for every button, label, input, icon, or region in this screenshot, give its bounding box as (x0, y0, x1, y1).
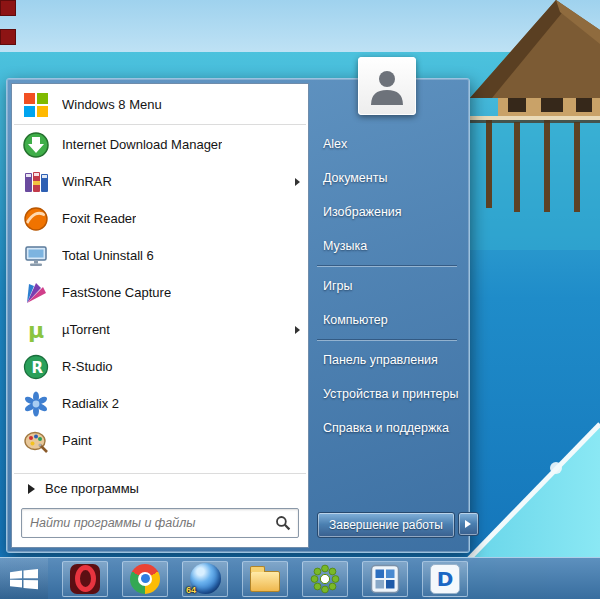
desktop-shortcut-icon-1[interactable] (0, 0, 16, 16)
faststone-capture-icon (20, 277, 52, 309)
file-explorer-folder-icon (250, 571, 280, 592)
menu-item-label: Paint (62, 433, 92, 448)
start-menu-right-panel: Alex Документы Изображения Музыка Игры К… (309, 83, 465, 548)
chrome-icon (130, 564, 160, 594)
paint-icon (20, 425, 52, 457)
shutdown-label: Завершение работы (329, 518, 443, 532)
idm-icon (20, 129, 52, 161)
64bit-badge: 64 (186, 585, 196, 595)
taskbar: 64 (0, 557, 600, 599)
submenu-arrow-icon (295, 178, 300, 186)
menu-item-label: µTorrent (62, 322, 110, 337)
total-uninstall-icon (20, 240, 52, 272)
taskbar-item-opera[interactable] (62, 561, 108, 597)
radialix-icon (20, 388, 52, 420)
menu-item-radialix[interactable]: Radialix 2 (12, 385, 308, 422)
right-arrow-icon (465, 520, 471, 528)
app-d-icon: D (430, 564, 460, 594)
taskbar-item-file-explorer[interactable] (242, 561, 288, 597)
desktop: Windows 8 Menu Internet Download Manager (0, 0, 600, 599)
submenu-arrow-icon (295, 326, 300, 334)
opera-icon (70, 564, 100, 594)
taskbar-item-globe-browser[interactable]: 64 (182, 561, 228, 597)
menu-item-label: FastStone Capture (62, 285, 171, 300)
right-item-help-support[interactable]: Справка и поддержка (309, 411, 465, 445)
right-item-computer[interactable]: Компьютер (309, 303, 465, 337)
right-item-music[interactable]: Музыка (309, 229, 465, 263)
shutdown-button[interactable]: Завершение работы (317, 512, 455, 538)
taskbar-item-chrome[interactable] (122, 561, 168, 597)
winrar-icon (20, 166, 52, 198)
taskbar-item-icq[interactable] (302, 561, 348, 597)
right-separator-2 (317, 339, 457, 341)
icq-flower-icon (310, 564, 340, 594)
menu-item-label: Internet Download Manager (62, 137, 222, 152)
right-item-control-panel[interactable]: Панель управления (309, 343, 465, 377)
start-button[interactable] (0, 558, 48, 599)
foxit-reader-icon (20, 203, 52, 235)
search-box (21, 508, 299, 538)
menu-item-total-uninstall[interactable]: Total Uninstall 6 (12, 237, 308, 274)
svg-text:R: R (32, 359, 44, 377)
start-menu-programs-panel: Windows 8 Menu Internet Download Manager (11, 83, 309, 548)
menu-item-faststone-capture[interactable]: FastStone Capture (12, 274, 308, 311)
svg-text:µ: µ (28, 318, 44, 343)
menu-item-label: WinRAR (62, 174, 112, 189)
menu-item-utorrent[interactable]: µ µTorrent (12, 311, 308, 348)
utorrent-icon: µ (20, 314, 52, 346)
right-separator-1 (317, 265, 457, 267)
user-avatar[interactable] (358, 57, 416, 115)
search-icon[interactable] (268, 509, 298, 537)
right-item-pictures[interactable]: Изображения (309, 195, 465, 229)
menu-item-label: Windows 8 Menu (62, 97, 162, 112)
menu-item-paint[interactable]: Paint (12, 422, 308, 459)
programs-spacer (12, 459, 308, 472)
taskbar-item-d-app[interactable]: D (422, 561, 468, 597)
menu-item-label: Radialix 2 (62, 396, 119, 411)
menu-item-idm[interactable]: Internet Download Manager (12, 126, 308, 163)
all-programs-label: Все программы (45, 481, 139, 496)
menu-item-label: R-Studio (62, 359, 113, 374)
desktop-shortcut-icon-2[interactable] (0, 29, 16, 45)
user-name-link[interactable]: Alex (309, 127, 465, 161)
shutdown-controls: Завершение работы (317, 512, 479, 538)
menu-item-r-studio[interactable]: R R-Studio (12, 348, 308, 385)
menu-item-winrar[interactable]: WinRAR (12, 163, 308, 200)
windows-start-icon (9, 566, 39, 592)
start-menu: Windows 8 Menu Internet Download Manager (6, 78, 470, 553)
pinned-separator (14, 124, 306, 125)
shutdown-options-button[interactable] (458, 512, 479, 536)
right-item-devices-printers[interactable]: Устройства и принтеры (309, 377, 465, 411)
menu-item-foxit-reader[interactable]: Foxit Reader (12, 200, 308, 237)
all-programs-item[interactable]: Все программы (12, 475, 308, 502)
menu-item-windows8-menu[interactable]: Windows 8 Menu (12, 86, 308, 123)
right-item-games[interactable]: Игры (309, 269, 465, 303)
r-studio-icon: R (20, 351, 52, 383)
menu-item-label: Foxit Reader (62, 211, 136, 226)
taskbar-item-grid-app[interactable] (362, 561, 408, 597)
right-item-documents[interactable]: Документы (309, 161, 465, 195)
right-arrow-icon (28, 484, 35, 494)
windows8-menu-icon (20, 89, 52, 121)
all-programs-separator (14, 473, 306, 474)
search-area (12, 502, 308, 547)
user-silhouette-icon (365, 64, 409, 108)
menu-item-label: Total Uninstall 6 (62, 248, 154, 263)
search-input[interactable] (22, 516, 268, 530)
app-grid-icon (370, 564, 400, 594)
